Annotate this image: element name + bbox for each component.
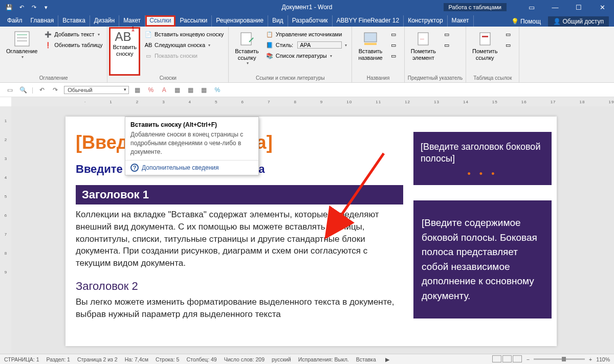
update-icon: ❗ [44,41,52,49]
caption-icon [362,31,379,47]
tool-7-icon[interactable]: % [213,85,222,95]
zoom-slider[interactable] [534,358,585,360]
add-text-button[interactable]: ➕Добавить текст▾ [42,30,104,39]
vertical-ruler[interactable]: 123456789 [0,106,11,354]
insert-footnote-button[interactable]: AB1 Вставить сноску [111,29,139,74]
insert-citation-button[interactable]: Вставить ссылку ▾ [232,29,262,74]
sidebar-body-box[interactable]: [Введите содержимое боковой полосы. Боко… [413,200,552,318]
redo-icon[interactable]: ↷ [30,3,38,11]
zoom-in-button[interactable]: + [589,356,592,362]
tooltip-title: Вставить сноску (Alt+Ctrl+F) [125,117,258,130]
caption-extra-3[interactable]: ▭ [388,51,401,60]
redo2-icon[interactable]: ↷ [51,85,60,95]
sub-toolbar: ▭ 🔍 | ↶ ↷ Обычный ▦ % A ▦ ▦ ▦ % [0,83,614,97]
status-at[interactable]: На: 7,4см [125,356,148,362]
manage-sources-icon: 📋 [266,30,274,38]
show-notes-button[interactable]: ▭Показать сноски [143,51,225,60]
nav-pane-icon[interactable]: ▭ [5,85,14,95]
index-extra-2[interactable]: ▭ [441,40,454,50]
ribbon-tabs: Файл Главная Вставка Дизайн Макет Ссылки… [0,14,614,27]
status-page[interactable]: СТРАНИЦА: 1 [4,356,39,362]
footnote-ab-icon: AB1 [115,30,135,44]
status-section[interactable]: Раздел: 1 [47,356,70,362]
svg-rect-10 [482,36,488,37]
svg-rect-4 [241,33,251,45]
insert-endnote-button[interactable]: 📄Вставить концевую сноску [143,30,225,39]
add-text-icon: ➕ [44,30,52,38]
svg-rect-5 [364,33,377,42]
index-extra-1[interactable]: ▭ [441,30,454,39]
mark-citation-button[interactable]: Пометить ссылку [469,29,500,74]
tab-layout[interactable]: Макет [119,15,145,27]
heading-2[interactable]: Заголовок 2 [76,280,403,293]
bibliography-button[interactable]: 📚Список литературы▾ [264,51,349,60]
toa-extra-2[interactable]: ▭ [502,40,516,50]
tab-developer[interactable]: Разработчик [288,15,333,27]
svg-rect-6 [364,43,377,45]
tab-design[interactable]: Дизайн [90,15,119,27]
status-mode[interactable]: Вставка [356,356,376,362]
view-buttons[interactable] [492,355,522,363]
group-toa: Пометить ссылку ▭ ▭ Таблица ссылок [466,27,519,82]
macro-icon[interactable]: ▶ [385,356,389,362]
tab-file[interactable]: Файл [3,15,27,27]
zoom-out-button[interactable]: − [527,356,530,362]
tab-layout2[interactable]: Макет [448,15,474,27]
status-col[interactable]: Столбец: 49 [186,356,216,362]
tab-abbyy[interactable]: ABBYY FineReader 12 [333,15,404,27]
tool-5-icon[interactable]: ▦ [186,85,195,95]
sidebar-column: [Введите заголовок боковой полосы] • • •… [413,132,552,331]
qa-dropdown-icon[interactable]: ▾ [42,3,50,11]
toa-extra-1[interactable]: ▭ [502,30,516,39]
tab-review[interactable]: Рецензирование [212,15,268,27]
next-footnote-icon: AB [144,41,152,49]
close-icon[interactable]: ✕ [590,0,614,14]
tool-6-icon[interactable]: ▦ [200,85,209,95]
svg-text:—: — [420,36,424,41]
update-toc-button[interactable]: ❗Обновить таблицу [42,40,104,50]
tab-references[interactable]: Ссылки [145,15,176,27]
minimize-icon[interactable]: — [543,0,567,14]
tool-4-icon[interactable]: ▦ [173,85,182,95]
next-footnote-button[interactable]: ABСледующая сноска▾ [143,40,225,50]
insert-footnote-tooltip: Вставить сноску (Alt+Ctrl+F) Добавление … [125,117,259,175]
zoom-level[interactable]: 110% [596,356,610,362]
tool-2-icon[interactable]: % [146,85,156,95]
caption-extra-1[interactable]: ▭ [388,30,401,39]
paragraph-2[interactable]: Вы легко можете изменить форматирование … [76,296,403,321]
maximize-icon[interactable]: ☐ [567,0,590,14]
tab-view[interactable]: Вид [268,15,288,27]
heading-1[interactable]: Заголовок 1 [76,185,403,204]
tool-3-icon[interactable]: A [160,85,169,95]
style-selector[interactable]: Обычный [64,86,129,94]
tool-1-icon[interactable]: ▦ [133,85,142,95]
status-lang[interactable]: русский [272,356,291,362]
citation-icon [239,31,255,47]
mark-citation-icon [477,31,493,47]
undo2-icon[interactable]: ↶ [37,85,47,95]
zoom-tool-icon[interactable]: 🔍 [18,85,28,95]
manage-sources-button[interactable]: 📋Управление источниками [264,30,349,39]
insert-caption-button[interactable]: Вставить название [355,29,385,74]
citation-style-select[interactable]: 📘Стиль: APA▾ [264,40,349,50]
tell-me[interactable]: 💡 Помощ [511,18,541,25]
sidebar-title-box[interactable]: [Введите заголовок боковой полосы] • • • [413,132,552,185]
status-pages[interactable]: Страница 2 из 2 [77,356,118,362]
horizontal-ruler[interactable]: ·1234567891011121314151617181920 [11,97,614,106]
status-line[interactable]: Строка: 5 [156,356,179,362]
status-track[interactable]: Исправления: Выкл. [298,356,349,362]
share-button[interactable]: 👤 Общий доступ [548,16,609,27]
save-icon[interactable]: 💾 [5,3,13,11]
undo-icon[interactable]: ↶ [17,3,26,11]
tab-mailings[interactable]: Рассылки [176,15,212,27]
status-words[interactable]: Число слов: 209 [224,356,265,362]
tab-constructor[interactable]: Конструктор [404,15,447,27]
toc-button[interactable]: Оглавление ▾ [3,29,40,74]
mark-entry-button[interactable]: — Пометить элемент [408,29,439,74]
tab-home[interactable]: Главная [27,15,59,27]
tooltip-more-link[interactable]: ? Дополнительные сведения [125,160,258,175]
caption-extra-2[interactable]: ▭ [388,40,401,50]
ribbon-display-icon[interactable]: ▭ [520,0,543,14]
tab-insert[interactable]: Вставка [58,15,90,27]
paragraph-1[interactable]: Коллекции на вкладке "Вставка" содержат … [76,209,403,269]
